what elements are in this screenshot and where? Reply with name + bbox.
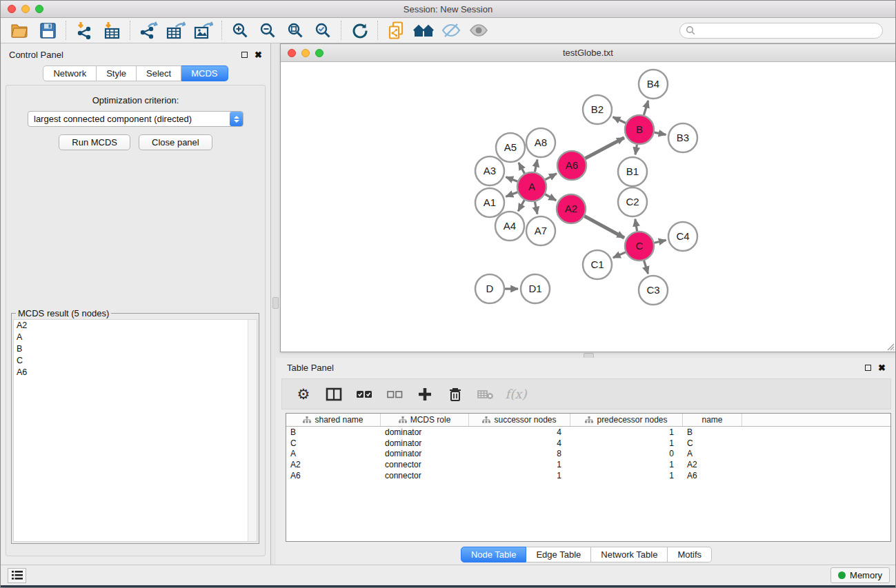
graph-edge-A-A1[interactable] — [506, 192, 517, 196]
tab-edge-table[interactable]: Edge Table — [526, 547, 591, 562]
mcds-result-list[interactable]: A2ABCA6 — [13, 319, 257, 542]
result-list-item[interactable]: C — [14, 355, 257, 367]
graph-edge-B-B2[interactable] — [613, 117, 626, 123]
table-panel-tabs: Node TableEdge TableNetwork TableMotifs — [276, 547, 896, 562]
export-image-icon[interactable] — [190, 20, 217, 41]
network-window-title: testGlobe.txt — [281, 48, 895, 58]
tab-node-table[interactable]: Node Table — [461, 547, 527, 562]
result-list-item[interactable]: A — [14, 332, 257, 343]
graph-edge-C-C3[interactable] — [644, 261, 648, 274]
control-panel-titlebar: Control Panel ✖ — [1, 43, 270, 65]
graph-edge-C-C2[interactable] — [635, 219, 637, 232]
tab-motifs[interactable]: Motifs — [668, 547, 712, 562]
table-settings-icon[interactable]: ⚙ — [293, 384, 314, 405]
result-scrollbar[interactable] — [248, 320, 257, 541]
column-type-icon — [585, 416, 593, 423]
task-history-button[interactable] — [8, 568, 26, 583]
network-canvas[interactable]: AA1A2A3A4A5A6A7A8BB1B2B3B4CC1C2C3C4DD1 — [281, 62, 895, 352]
graph-edge-A-A2[interactable] — [545, 194, 556, 201]
tab-select[interactable]: Select — [137, 65, 181, 81]
graph-edge-B-B4[interactable] — [644, 101, 648, 115]
zoom-in-icon[interactable] — [226, 20, 254, 41]
first-neighbors-icon[interactable] — [410, 20, 437, 41]
table-row[interactable]: A2connector11A2 — [286, 459, 890, 470]
optimization-criterion-select[interactable]: largest connected component (directed) — [28, 111, 243, 127]
graph-edge-C-C4[interactable] — [654, 240, 666, 243]
table-cell: 1 — [469, 459, 570, 470]
table-cell: B — [683, 427, 742, 438]
zoom-selected-icon[interactable] — [309, 20, 337, 41]
toolbar-separator — [221, 21, 222, 40]
graph-edge-A2-C[interactable] — [584, 216, 624, 238]
run-mcds-button[interactable]: Run MCDS — [59, 134, 130, 150]
graph-node-label: C1 — [590, 258, 604, 270]
tab-mcds[interactable]: MCDS — [181, 65, 228, 81]
column-header-MCDS-role[interactable]: MCDS role — [381, 414, 469, 426]
graph-edge-B-B1[interactable] — [635, 145, 637, 155]
result-list-item[interactable]: A2 — [14, 320, 257, 332]
graph-node-label: B4 — [647, 78, 659, 90]
window-resize-grip[interactable] — [885, 341, 895, 351]
table-row[interactable]: Adominator80A — [286, 449, 890, 460]
graph-edge-A-A3[interactable] — [506, 177, 517, 181]
graph-edge-A6-B[interactable] — [585, 138, 624, 159]
table-row[interactable]: A6connector11A6 — [286, 470, 890, 481]
tab-network-table[interactable]: Network Table — [591, 547, 668, 562]
column-header-name[interactable]: name — [683, 414, 742, 426]
graph-node-label: D1 — [528, 283, 541, 294]
graph-edge-B-B3[interactable] — [655, 132, 666, 134]
table-row[interactable]: Bdominator41B — [286, 427, 890, 438]
graph-edge-C-C1[interactable] — [613, 252, 626, 258]
column-header-shared-name[interactable]: shared name — [286, 414, 381, 426]
hide-selected-icon[interactable] — [437, 20, 465, 41]
zoom-fit-icon[interactable] — [281, 20, 309, 41]
graph-edge-A-A5[interactable] — [519, 163, 525, 174]
close-panel-button[interactable]: Close panel — [139, 134, 212, 150]
result-list-item[interactable]: B — [14, 343, 257, 355]
window-title: Session: New Session — [1, 4, 895, 14]
graph-node-label: B — [636, 123, 643, 135]
network-window-titlebar[interactable]: testGlobe.txt — [281, 44, 895, 62]
memory-label: Memory — [850, 570, 882, 580]
column-type-icon — [303, 416, 311, 423]
tab-network[interactable]: Network — [43, 65, 97, 81]
column-type-icon — [482, 416, 490, 423]
graph-edge-A-A7[interactable] — [535, 202, 537, 214]
result-list-item[interactable]: A6 — [14, 367, 257, 378]
open-session-icon[interactable] — [6, 20, 34, 41]
memory-button[interactable]: Memory — [830, 567, 890, 583]
delete-columns-icon[interactable] — [445, 384, 466, 405]
table-cell: dominator — [381, 449, 469, 460]
zoom-out-icon[interactable] — [254, 20, 281, 41]
show-all-icon[interactable] — [465, 20, 492, 41]
import-table-icon[interactable] — [98, 20, 126, 41]
float-panel-icon[interactable] — [241, 52, 248, 58]
toolbar-separator — [130, 21, 130, 40]
dropdown-stepper-icon — [230, 112, 243, 126]
graph-edge-A-A4[interactable] — [518, 200, 524, 211]
column-header-label: successor nodes — [494, 415, 556, 425]
float-table-panel-icon[interactable] — [865, 365, 871, 371]
export-table-icon[interactable] — [162, 20, 190, 41]
graph-node-label: A2 — [565, 203, 577, 214]
apply-layout-icon[interactable] — [346, 20, 373, 41]
save-session-icon[interactable] — [34, 20, 61, 41]
close-table-panel-icon[interactable]: ✖ — [878, 365, 886, 371]
import-network-icon[interactable] — [70, 20, 98, 41]
select-all-columns-icon[interactable] — [354, 384, 375, 405]
search-input[interactable] — [679, 23, 883, 39]
graph-edge-A-A8[interactable] — [535, 159, 537, 172]
export-network-icon[interactable] — [135, 20, 162, 41]
column-header-predecessor-nodes[interactable]: predecessor nodes — [570, 414, 683, 426]
vertical-splitter-handle[interactable] — [272, 297, 279, 309]
table-row[interactable]: Cdominator41C — [286, 438, 890, 449]
unselect-all-columns-icon[interactable] — [384, 384, 405, 405]
network-documents-icon[interactable] — [382, 20, 410, 41]
tab-style[interactable]: Style — [97, 65, 137, 81]
close-panel-icon[interactable]: ✖ — [255, 52, 262, 58]
graph-edge-A-A6[interactable] — [545, 174, 557, 180]
column-header-successor-nodes[interactable]: successor nodes — [469, 414, 570, 426]
graph-node-label: C4 — [676, 230, 689, 242]
show-columns-icon[interactable] — [323, 384, 344, 405]
add-column-icon[interactable] — [415, 384, 435, 405]
